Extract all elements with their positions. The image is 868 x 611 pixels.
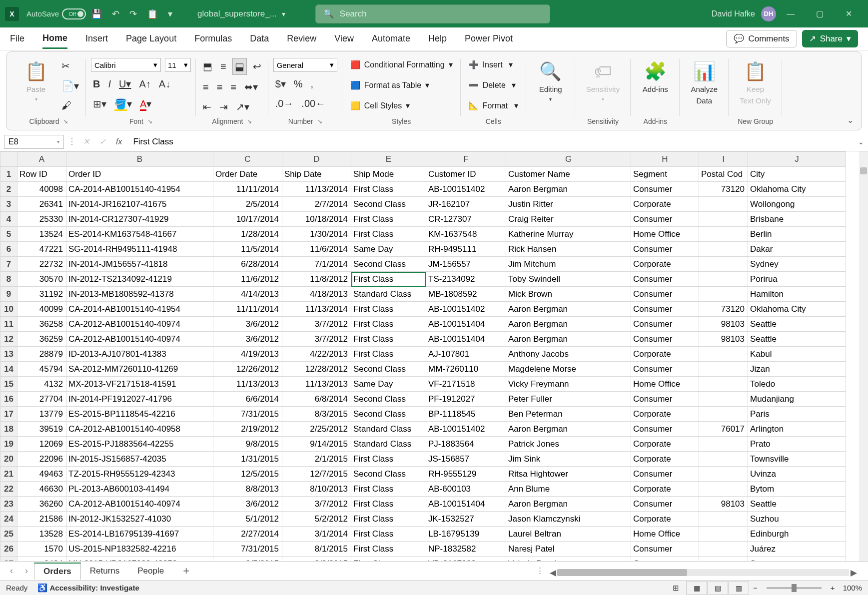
filename-dropdown-icon[interactable]: ▾ bbox=[282, 10, 285, 18]
col-header-I[interactable]: I bbox=[699, 152, 748, 167]
cell-B18[interactable]: CA-2012-AB10015140-40958 bbox=[66, 422, 213, 437]
align-middle-icon[interactable]: ≡ bbox=[218, 59, 228, 74]
cell-D10[interactable]: 11/13/2014 bbox=[282, 302, 351, 317]
cell-J10[interactable]: Oklahoma City bbox=[748, 302, 846, 317]
cell-I12[interactable]: 98103 bbox=[699, 332, 748, 347]
col-header-C[interactable]: C bbox=[213, 152, 282, 167]
cell-I13[interactable] bbox=[699, 347, 748, 362]
name-box[interactable]: E8▾ bbox=[4, 135, 64, 149]
cell-G24[interactable]: Jason Klamczynski bbox=[506, 512, 631, 527]
cell-C9[interactable]: 4/14/2013 bbox=[213, 287, 282, 302]
enter-formula-icon[interactable]: ✓ bbox=[96, 137, 109, 146]
row-header-23[interactable]: 23 bbox=[0, 497, 17, 512]
fill-color-icon[interactable]: 🪣▾ bbox=[112, 96, 134, 112]
cell-H21[interactable]: Consumer bbox=[631, 467, 699, 482]
sheet-tab-orders[interactable]: Orders bbox=[34, 563, 81, 580]
save-icon[interactable]: 💾 bbox=[91, 8, 102, 19]
expand-formula-bar-icon[interactable]: ⌄ bbox=[858, 138, 864, 146]
cell-D25[interactable]: 3/1/2014 bbox=[282, 527, 351, 542]
cell-F23[interactable]: AB-100151404 bbox=[426, 497, 506, 512]
cell-F17[interactable]: BP-1118545 bbox=[426, 407, 506, 422]
cell-H14[interactable]: Consumer bbox=[631, 362, 699, 377]
tab-home[interactable]: Home bbox=[42, 29, 67, 49]
cell-C18[interactable]: 2/19/2012 bbox=[213, 422, 282, 437]
cell-G12[interactable]: Aaron Bergman bbox=[506, 332, 631, 347]
cell-G2[interactable]: Aaron Bergman bbox=[506, 182, 631, 197]
cell-A27[interactable]: 3484 bbox=[17, 557, 66, 562]
qat-dropdown-icon[interactable]: ▾ bbox=[168, 8, 172, 19]
cell-J8[interactable]: Porirua bbox=[748, 272, 846, 287]
cell-D9[interactable]: 4/18/2013 bbox=[282, 287, 351, 302]
cell-C2[interactable]: 11/11/2014 bbox=[213, 182, 282, 197]
cell-D11[interactable]: 3/7/2012 bbox=[282, 317, 351, 332]
sensitivity-button[interactable]: 🏷Sensitivity▾ bbox=[580, 58, 626, 105]
cell-H10[interactable]: Consumer bbox=[631, 302, 699, 317]
font-launcher-icon[interactable]: ↘ bbox=[147, 118, 152, 125]
cell-C25[interactable]: 2/27/2014 bbox=[213, 527, 282, 542]
cell-E9[interactable]: Standard Class bbox=[351, 287, 426, 302]
currency-icon[interactable]: $▾ bbox=[273, 76, 288, 92]
tab-insert[interactable]: Insert bbox=[85, 29, 108, 48]
col-header-H[interactable]: H bbox=[631, 152, 699, 167]
cell-I22[interactable] bbox=[699, 482, 748, 497]
cell-E26[interactable]: First Class bbox=[351, 542, 426, 557]
row-header-12[interactable]: 12 bbox=[0, 332, 17, 347]
cell-A14[interactable]: 45794 bbox=[17, 362, 66, 377]
cell-B25[interactable]: ES-2014-LB16795139-41697 bbox=[66, 527, 213, 542]
cell-J21[interactable]: Uvinza bbox=[748, 467, 846, 482]
cell-G16[interactable]: Peter Fuller bbox=[506, 392, 631, 407]
cell-I24[interactable] bbox=[699, 512, 748, 527]
cell-J24[interactable]: Suzhou bbox=[748, 512, 846, 527]
row-header-17[interactable]: 17 bbox=[0, 407, 17, 422]
cell-A22[interactable]: 46630 bbox=[17, 482, 66, 497]
cell-D20[interactable]: 2/1/2015 bbox=[282, 452, 351, 467]
row-header-19[interactable]: 19 bbox=[0, 437, 17, 452]
cell-J14[interactable]: Jizan bbox=[748, 362, 846, 377]
cell-I4[interactable] bbox=[699, 212, 748, 227]
zoom-slider[interactable] bbox=[767, 587, 822, 589]
cell-B14[interactable]: SA-2012-MM7260110-41269 bbox=[66, 362, 213, 377]
comments-button[interactable]: 💬 Comments bbox=[726, 30, 797, 47]
cell-F14[interactable]: MM-7260110 bbox=[426, 362, 506, 377]
cell-J7[interactable]: Sydney bbox=[748, 257, 846, 272]
cell-E4[interactable]: First Class bbox=[351, 212, 426, 227]
cell-B2[interactable]: CA-2014-AB10015140-41954 bbox=[66, 182, 213, 197]
cell-G26[interactable]: Naresj Patel bbox=[506, 542, 631, 557]
cell-A20[interactable]: 22096 bbox=[17, 452, 66, 467]
cell-I16[interactable] bbox=[699, 392, 748, 407]
row-header-22[interactable]: 22 bbox=[0, 482, 17, 497]
cell-G6[interactable]: Rick Hansen bbox=[506, 242, 631, 257]
cell-D17[interactable]: 8/3/2015 bbox=[282, 407, 351, 422]
cell-F26[interactable]: NP-1832582 bbox=[426, 542, 506, 557]
fx-icon[interactable]: fx bbox=[113, 137, 125, 146]
wrap-text-icon[interactable]: ↩ bbox=[251, 58, 263, 74]
cell-B21[interactable]: TZ-2015-RH9555129-42343 bbox=[66, 467, 213, 482]
cell-F13[interactable]: AJ-107801 bbox=[426, 347, 506, 362]
cell-J16[interactable]: Mudanjiang bbox=[748, 392, 846, 407]
editing-button[interactable]: 🔍Editing▾ bbox=[531, 58, 570, 105]
cell-A17[interactable]: 13779 bbox=[17, 407, 66, 422]
cell-I1[interactable]: Postal Cod bbox=[699, 167, 748, 182]
cell-E6[interactable]: Same Day bbox=[351, 242, 426, 257]
cell-D26[interactable]: 8/1/2015 bbox=[282, 542, 351, 557]
cut-icon[interactable]: ✂ bbox=[59, 58, 81, 74]
cell-D2[interactable]: 11/13/2014 bbox=[282, 182, 351, 197]
row-header-10[interactable]: 10 bbox=[0, 302, 17, 317]
zoom-in-icon[interactable]: + bbox=[827, 584, 839, 592]
row-header-11[interactable]: 11 bbox=[0, 317, 17, 332]
number-format-select[interactable]: General▾ bbox=[273, 58, 337, 72]
cell-C23[interactable]: 3/6/2012 bbox=[213, 497, 282, 512]
cell-D23[interactable]: 3/7/2012 bbox=[282, 497, 351, 512]
cell-E11[interactable]: First Class bbox=[351, 317, 426, 332]
cell-H13[interactable]: Corporate bbox=[631, 347, 699, 362]
add-sheet-icon[interactable]: + bbox=[183, 565, 189, 578]
col-header-F[interactable]: F bbox=[426, 152, 506, 167]
row-header-14[interactable]: 14 bbox=[0, 362, 17, 377]
cell-B19[interactable]: ES-2015-PJ1883564-42255 bbox=[66, 437, 213, 452]
cell-B3[interactable]: IN-2014-JR162107-41675 bbox=[66, 197, 213, 212]
cell-I14[interactable] bbox=[699, 362, 748, 377]
cell-E20[interactable]: First Class bbox=[351, 452, 426, 467]
cell-G7[interactable]: Jim Mitchum bbox=[506, 257, 631, 272]
cell-D14[interactable]: 12/28/2012 bbox=[282, 362, 351, 377]
page-break-view-icon[interactable]: ▥ bbox=[728, 582, 749, 595]
